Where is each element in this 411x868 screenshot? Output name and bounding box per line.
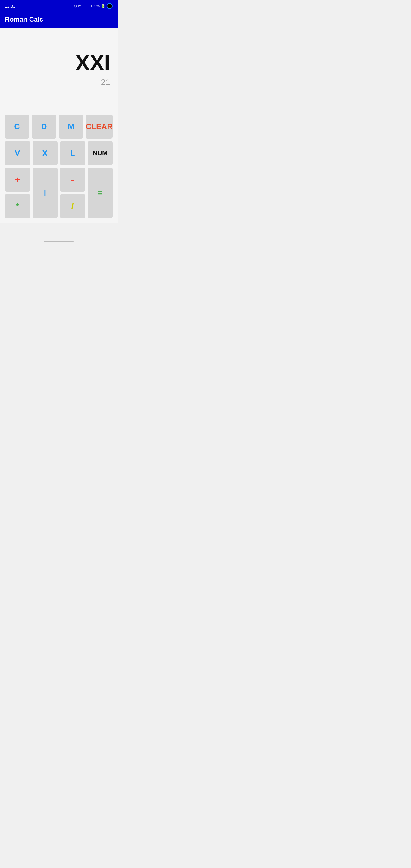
bottom-nav: [0, 235, 118, 247]
display-area: XXI 21: [0, 28, 118, 110]
status-bar: 12:31 ⊙ wifi ||||| 100% 🔋: [0, 0, 118, 12]
bottom-handle: [44, 241, 74, 242]
keypad-row-1: C D M CLEAR: [5, 115, 113, 138]
key-l[interactable]: L: [60, 141, 85, 165]
key-multiply[interactable]: *: [5, 194, 30, 218]
keypad-row-3: + * I - / =: [5, 167, 113, 218]
key-m[interactable]: M: [59, 115, 83, 138]
battery-full-icon: 🔋: [101, 4, 105, 8]
battery-percent: 100%: [90, 4, 100, 8]
key-num[interactable]: NUM: [88, 141, 113, 165]
app-bar: Roman Calc: [0, 12, 118, 28]
signal-icon: |||||: [85, 4, 90, 8]
roman-display: XXI: [75, 51, 110, 75]
spacer: [0, 223, 118, 235]
decimal-display: 21: [101, 78, 110, 87]
key-plus[interactable]: +: [5, 167, 30, 192]
status-time: 12:31: [5, 4, 15, 8]
camera-dot: [107, 3, 113, 9]
key-v[interactable]: V: [5, 141, 30, 165]
key-minus[interactable]: -: [60, 167, 85, 192]
wifi-icon: wifi: [78, 4, 83, 8]
key-i[interactable]: I: [33, 167, 58, 218]
key-c[interactable]: C: [5, 115, 29, 138]
keypad: C D M CLEAR V X L NUM + * I - / =: [0, 110, 118, 223]
key-clear[interactable]: CLEAR: [86, 115, 113, 138]
key-divide[interactable]: /: [60, 194, 85, 218]
key-equals[interactable]: =: [88, 167, 113, 218]
keypad-row-2: V X L NUM: [5, 141, 113, 165]
status-icons: ⊙ wifi ||||| 100% 🔋: [74, 3, 113, 9]
key-x[interactable]: X: [33, 141, 58, 165]
app-title: Roman Calc: [5, 16, 43, 23]
key-d[interactable]: D: [32, 115, 56, 138]
battery-icon: ⊙: [74, 4, 77, 8]
